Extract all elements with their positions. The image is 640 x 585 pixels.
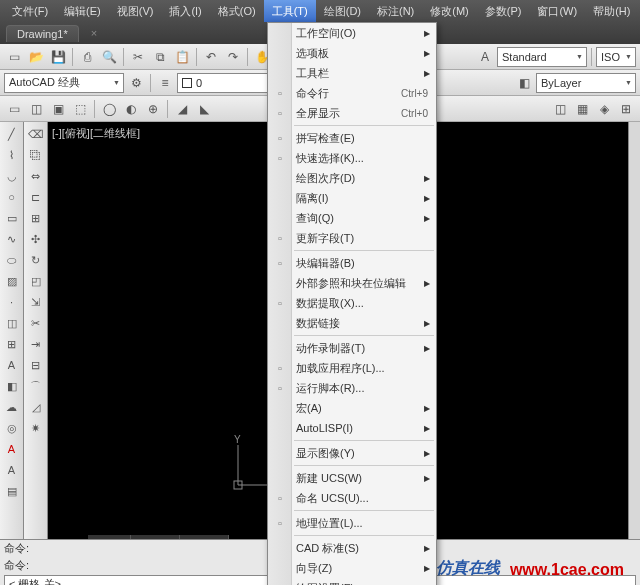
menu-item[interactable]: 显示图像(Y)▶ <box>268 443 436 463</box>
explode-icon[interactable]: ✷ <box>25 418 46 438</box>
menu-item[interactable]: 选项板▶ <box>268 43 436 63</box>
trim-icon[interactable]: ✂ <box>25 313 46 333</box>
polyline-icon[interactable]: ⌇ <box>1 145 22 165</box>
menu-item[interactable]: 向导(Z)▶ <box>268 558 436 578</box>
menu-item[interactable]: 参数(P) <box>477 0 530 22</box>
menu-item[interactable]: 外部参照和块在位编辑▶ <box>268 273 436 293</box>
tb3-icon[interactable]: ⊞ <box>616 99 636 119</box>
arc-icon[interactable]: ◡ <box>1 166 22 186</box>
tools-dropdown-menu[interactable]: 工作空间(O)▶选项板▶工具栏▶命令行▫Ctrl+9全屏显示▫Ctrl+0拼写检… <box>267 22 437 585</box>
line-icon[interactable]: ╱ <box>1 124 22 144</box>
extend-icon[interactable]: ⇥ <box>25 334 46 354</box>
menu-item[interactable]: 工具栏▶ <box>268 63 436 83</box>
text-a-icon[interactable]: A <box>1 439 22 459</box>
menu-item[interactable]: 标注(N) <box>369 0 422 22</box>
gradient-icon[interactable]: ▤ <box>1 481 22 501</box>
color-picker-icon[interactable]: ◧ <box>514 73 534 93</box>
region-icon[interactable]: ◧ <box>1 376 22 396</box>
tb3-icon[interactable]: ◈ <box>594 99 614 119</box>
document-tab[interactable]: Drawing1* <box>6 25 79 42</box>
save-icon[interactable]: 💾 <box>48 47 68 67</box>
tb3-icon[interactable]: ◯ <box>99 99 119 119</box>
menu-item[interactable]: 块编辑器(B)▫ <box>268 253 436 273</box>
offset-icon[interactable]: ⊏ <box>25 187 46 207</box>
menu-item[interactable]: 运行脚本(R)...▫ <box>268 378 436 398</box>
menu-item[interactable]: 工具(T) <box>264 0 316 22</box>
menu-item[interactable]: 新建 UCS(W)▶ <box>268 468 436 488</box>
scale-icon[interactable]: ◰ <box>25 271 46 291</box>
redo-icon[interactable]: ↷ <box>223 47 243 67</box>
menu-item[interactable]: 加载应用程序(L)...▫ <box>268 358 436 378</box>
menu-item[interactable]: 文件(F) <box>4 0 56 22</box>
tb3-icon[interactable]: ◫ <box>550 99 570 119</box>
tb3-icon[interactable]: ◐ <box>121 99 141 119</box>
menu-item[interactable]: 快速选择(K)...▫ <box>268 148 436 168</box>
copy-icon[interactable]: ⧉ <box>150 47 170 67</box>
open-icon[interactable]: 📂 <box>26 47 46 67</box>
chamfer-icon[interactable]: ◿ <box>25 397 46 417</box>
main-menubar[interactable]: 文件(F)编辑(E)视图(V)插入(I)格式(O)工具(T)绘图(D)标注(N)… <box>0 0 640 22</box>
fillet-icon[interactable]: ⌒ <box>25 376 46 396</box>
iso-combo[interactable]: ISO <box>596 47 636 67</box>
menu-item[interactable]: 数据链接▶ <box>268 313 436 333</box>
circle-icon[interactable]: ○ <box>1 187 22 207</box>
layer-mgr-icon[interactable]: ≡ <box>155 73 175 93</box>
menu-item[interactable]: 视图(V) <box>109 0 162 22</box>
tb3-icon[interactable]: ◢ <box>172 99 192 119</box>
tb3-icon[interactable]: ◣ <box>194 99 214 119</box>
revcloud-icon[interactable]: ☁ <box>1 397 22 417</box>
menu-item[interactable]: 拼写检查(E)▫ <box>268 128 436 148</box>
hatch-icon[interactable]: ▨ <box>1 271 22 291</box>
mtext-icon[interactable]: A <box>1 355 22 375</box>
new-icon[interactable]: ▭ <box>4 47 24 67</box>
workspace-gear-icon[interactable]: ⚙ <box>126 73 146 93</box>
menu-item[interactable]: AutoLISP(I)▶ <box>268 418 436 438</box>
tb3-icon[interactable]: ▦ <box>572 99 592 119</box>
menu-item[interactable]: 修改(M) <box>422 0 477 22</box>
array-icon[interactable]: ⊞ <box>25 208 46 228</box>
menu-item[interactable]: 隔离(I)▶ <box>268 188 436 208</box>
paste-icon[interactable]: 📋 <box>172 47 192 67</box>
tb3-icon[interactable]: ◫ <box>26 99 46 119</box>
workspace-combo[interactable]: AutoCAD 经典 <box>4 73 124 93</box>
menu-item[interactable]: 数据提取(X)...▫ <box>268 293 436 313</box>
donut-icon[interactable]: ◎ <box>1 418 22 438</box>
menu-item[interactable]: 地理位置(L)...▫ <box>268 513 436 533</box>
text-style-icon[interactable]: A <box>475 47 495 67</box>
point-icon[interactable]: · <box>1 292 22 312</box>
menu-item[interactable]: 更新字段(T)▫ <box>268 228 436 248</box>
menu-item[interactable]: 帮助(H) <box>585 0 638 22</box>
menu-item[interactable]: 命令行▫Ctrl+9 <box>268 83 436 103</box>
spline-icon[interactable]: ∿ <box>1 229 22 249</box>
menu-item[interactable]: 命名 UCS(U)...▫ <box>268 488 436 508</box>
break-icon[interactable]: ⊟ <box>25 355 46 375</box>
menu-item[interactable]: 格式(O) <box>210 0 264 22</box>
rect-icon[interactable]: ▭ <box>1 208 22 228</box>
ellipse-icon[interactable]: ⬭ <box>1 250 22 270</box>
tb3-icon[interactable]: ⊕ <box>143 99 163 119</box>
menu-item[interactable]: 插入(I) <box>161 0 209 22</box>
menu-item[interactable]: 宏(A)▶ <box>268 398 436 418</box>
tb3-icon[interactable]: ⬚ <box>70 99 90 119</box>
preview-icon[interactable]: 🔍 <box>99 47 119 67</box>
menu-item[interactable]: 绘图次序(D)▶ <box>268 168 436 188</box>
print-icon[interactable]: ⎙ <box>77 47 97 67</box>
move-icon[interactable]: ✣ <box>25 229 46 249</box>
menu-item[interactable]: 动作录制器(T)▶ <box>268 338 436 358</box>
menu-item[interactable]: 绘图(D) <box>316 0 369 22</box>
stretch-icon[interactable]: ⇲ <box>25 292 46 312</box>
close-tab-icon[interactable]: × <box>91 27 97 39</box>
menu-item[interactable]: CAD 标准(S)▶ <box>268 538 436 558</box>
table-icon[interactable]: ⊞ <box>1 334 22 354</box>
menu-item[interactable]: 工作空间(O)▶ <box>268 23 436 43</box>
tb3-icon[interactable]: ▭ <box>4 99 24 119</box>
cut-icon[interactable]: ✂ <box>128 47 148 67</box>
tb3-icon[interactable]: ▣ <box>48 99 68 119</box>
bylayer-combo[interactable]: ByLayer <box>536 73 636 93</box>
rotate-icon[interactable]: ↻ <box>25 250 46 270</box>
menu-item[interactable]: 查询(Q)▶ <box>268 208 436 228</box>
menu-item[interactable]: 全屏显示▫Ctrl+0 <box>268 103 436 123</box>
block-icon[interactable]: ◫ <box>1 313 22 333</box>
mirror-icon[interactable]: ⇔ <box>25 166 46 186</box>
menu-item[interactable]: 窗口(W) <box>529 0 585 22</box>
